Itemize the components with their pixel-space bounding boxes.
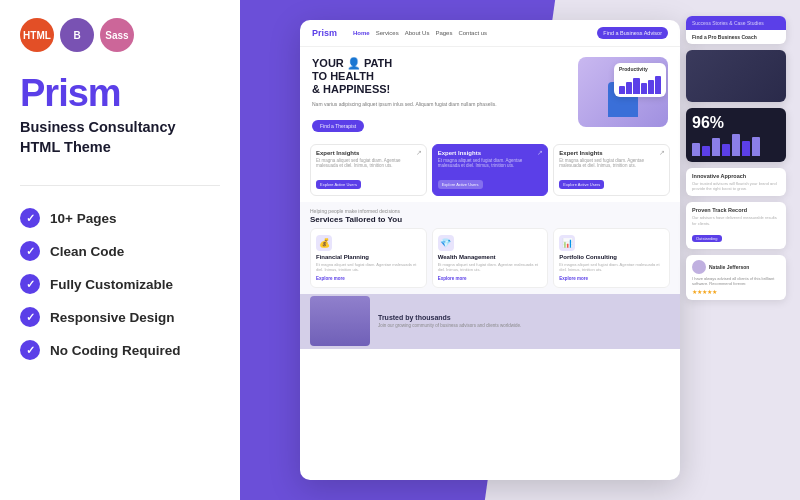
bottom-heading: Trusted by thousands	[378, 314, 670, 321]
service-icon-wealth: 💎	[438, 235, 454, 251]
bottom-text: Trusted by thousands Join our growing co…	[378, 314, 670, 329]
prism-logo: Prism	[20, 74, 220, 112]
feature-label-responsive: Responsive Design	[50, 310, 175, 325]
service-link-portfolio: Explore more	[559, 276, 664, 281]
review-header: Natalie Jefferson	[692, 260, 780, 274]
preview-hero-title: YOUR 👤 PATHTO HEALTH& HAPPINESS!	[312, 57, 570, 97]
side-card-top: Success Stories & Case Studies Find a Pr…	[686, 16, 786, 44]
preview-services: Helping people make informed decisions S…	[300, 202, 680, 293]
divider	[20, 185, 220, 186]
feature-label-pages: 10+ Pages	[50, 211, 116, 226]
nav-link-home: Home	[353, 30, 370, 36]
prod-bar-3	[633, 78, 639, 94]
insight-btn-2: Explore Active Users	[438, 180, 483, 189]
stat-bar-2	[702, 146, 710, 156]
preview-hero-desc: Nam varius adipiscing aliquet ipsum inlu…	[312, 101, 570, 108]
prod-bar-1	[619, 86, 625, 94]
stat-bar-1	[692, 143, 700, 156]
side-innovative-card: Innovative Approach Our trusted advisors…	[686, 168, 786, 196]
check-icon-customizable	[20, 274, 40, 294]
nav-link-pages: Pages	[435, 30, 452, 36]
preview-bottom: Trusted by thousands Join our growing co…	[300, 294, 680, 349]
preview-hero-cta: Find a Therapist	[312, 120, 364, 132]
service-desc-wealth: Et magna aliquet sed fugiat diam. Agenta…	[438, 262, 543, 272]
prod-bar-5	[648, 80, 654, 94]
side-card-top-text: Success Stories & Case Studies	[692, 20, 780, 26]
stat-bar-7	[752, 137, 760, 156]
stat-bar-6	[742, 141, 750, 156]
preview-hero-text: YOUR 👤 PATHTO HEALTH& HAPPINESS! Nam var…	[312, 57, 570, 132]
service-name-wealth: Wealth Management	[438, 254, 543, 260]
insight-btn-3: Explore Active Users	[559, 180, 604, 189]
prod-bar-2	[626, 82, 632, 94]
sass-badge: Sass	[100, 18, 134, 52]
nav-link-about: About Us	[405, 30, 430, 36]
innovative-title: Innovative Approach	[692, 173, 780, 179]
stat-card: 96%	[686, 108, 786, 162]
preview-nav-logo: Prism	[312, 28, 337, 38]
nav-link-services: Services	[376, 30, 399, 36]
bottom-sub: Join our growing community of business a…	[378, 323, 670, 329]
right-panel: Prism Home Services About Us Pages Conta…	[240, 0, 800, 500]
prod-bar-6	[655, 76, 661, 94]
side-track-record-card: Proven Track Record Our advisors have de…	[686, 202, 786, 248]
bs-badge-label: B	[73, 30, 80, 41]
feature-item-clean-code: Clean Code	[20, 241, 220, 261]
nav-link-contact: Contact us	[458, 30, 487, 36]
service-icon-financial: 💰	[316, 235, 332, 251]
track-record-title: Proven Track Record	[692, 207, 780, 213]
check-icon-pages	[20, 208, 40, 228]
track-record-tag: Outstanding	[692, 235, 722, 242]
insight-title-1: Expert Insights	[316, 150, 421, 156]
preview-card: Prism Home Services About Us Pages Conta…	[300, 20, 680, 480]
stat-bar-4	[722, 144, 730, 156]
tech-badges: HTML B Sass	[20, 18, 220, 52]
feature-label-customizable: Fully Customizable	[50, 277, 173, 292]
insight-desc-2: Et magna aliquet sed fugiat diam. Agenta…	[438, 158, 543, 170]
insight-card-3: ↗ Expert Insights Et magna aliquet sed f…	[553, 144, 670, 197]
service-card-financial: 💰 Financial Planning Et magna aliquet se…	[310, 228, 427, 287]
stat-number: 96%	[692, 114, 780, 132]
sass-badge-label: Sass	[105, 30, 128, 41]
insight-title-2: Expert Insights	[438, 150, 543, 156]
services-header: Helping people make informed decisions S…	[310, 208, 670, 224]
productivity-title: Productivity	[619, 66, 661, 72]
insight-desc-3: Et magna aliquet sed fugiat diam. Agenta…	[559, 158, 664, 170]
insight-card-2: ↗ Expert Insights Et magna aliquet sed f…	[432, 144, 549, 197]
feature-item-customizable: Fully Customizable	[20, 274, 220, 294]
feature-item-no-coding: No Coding Required	[20, 340, 220, 360]
productivity-widget: Productivity	[614, 63, 666, 97]
stat-bar-5	[732, 134, 740, 156]
productivity-bars	[619, 74, 661, 94]
feature-label-no-coding: No Coding Required	[50, 343, 181, 358]
preview-hero: YOUR 👤 PATHTO HEALTH& HAPPINESS! Nam var…	[300, 47, 680, 138]
services-title: Services Tailored to You	[310, 215, 670, 224]
feature-item-responsive: Responsive Design	[20, 307, 220, 327]
track-record-desc: Our advisors have delivered measurable r…	[692, 215, 780, 225]
html-badge: HTML	[20, 18, 54, 52]
preview-insights: ↗ Expert Insights Et magna aliquet sed f…	[300, 138, 680, 203]
review-avatar	[692, 260, 706, 274]
preview-nav-cta: Find a Business Advisor	[597, 27, 668, 39]
service-card-portfolio: 📊 Portfolio Consulting Et magna aliquet …	[553, 228, 670, 287]
insight-arrow-2: ↗	[537, 149, 543, 157]
innovative-desc: Our trusted advisors will flourish your …	[692, 181, 780, 191]
preview-nav: Prism Home Services About Us Pages Conta…	[300, 20, 680, 47]
service-link-financial: Explore more	[316, 276, 421, 281]
product-subtitle: Business Consultancy HTML Theme	[20, 118, 220, 157]
service-card-wealth: 💎 Wealth Management Et magna aliquet sed…	[432, 228, 549, 287]
services-label: Helping people make informed decisions	[310, 208, 670, 214]
check-icon-clean-code	[20, 241, 40, 261]
bottom-person-image	[310, 296, 370, 346]
side-card-top-content: Find a Pro Business Coach	[686, 30, 786, 44]
insight-title-3: Expert Insights	[559, 150, 664, 156]
prod-bar-4	[641, 83, 647, 94]
stat-bars	[692, 134, 780, 156]
service-link-wealth: Explore more	[438, 276, 543, 281]
insight-card-1: ↗ Expert Insights Et magna aliquet sed f…	[310, 144, 427, 197]
html-badge-label: HTML	[23, 30, 51, 41]
preview-nav-links: Home Services About Us Pages Contact us	[353, 30, 589, 36]
preview-hero-image: Productivity	[578, 57, 668, 127]
side-image-card	[686, 50, 786, 102]
service-name-financial: Financial Planning	[316, 254, 421, 260]
